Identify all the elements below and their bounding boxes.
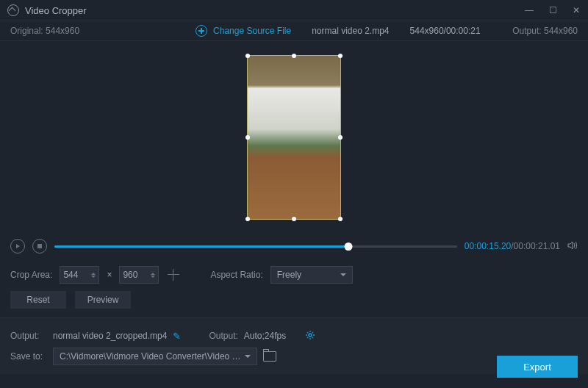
save-path-select[interactable]: C:\Vidmore\Vidmore Video Converter\Video… — [53, 348, 257, 365]
chevron-down-icon — [340, 273, 346, 276]
output-file-name: normal video 2_cropped.mp4 — [53, 331, 167, 341]
volume-icon[interactable] — [567, 240, 578, 253]
browse-folder-icon[interactable] — [263, 351, 276, 362]
crop-width-input[interactable]: 544 — [60, 266, 99, 284]
crop-height-input[interactable]: 960 — [119, 266, 159, 284]
reset-button[interactable]: Reset — [10, 291, 66, 309]
play-icon — [16, 244, 20, 248]
output-format: Auto;24fps — [244, 331, 286, 341]
window-controls: — ☐ ✕ — [525, 5, 581, 15]
svg-point-0 — [309, 334, 312, 337]
change-source-button[interactable]: Change Source File — [196, 25, 291, 37]
file-name: normal video 2.mp4 — [312, 26, 389, 36]
close-button[interactable]: ✕ — [572, 5, 581, 15]
maximize-button[interactable]: ☐ — [548, 5, 557, 15]
handle-left-mid[interactable] — [245, 135, 250, 140]
stop-button[interactable] — [32, 239, 47, 254]
height-stepper[interactable] — [151, 273, 155, 278]
width-stepper[interactable] — [91, 273, 96, 278]
original-label: Original: 544x960 — [10, 26, 79, 36]
crop-area-label: Crop Area: — [10, 270, 52, 280]
settings-icon[interactable] — [305, 330, 315, 342]
time-display: 00:00:15.20/00:00:21.01 — [465, 241, 560, 251]
action-buttons: Reset Preview — [0, 291, 588, 317]
app-title: Video Cropper — [25, 5, 87, 16]
minimize-button[interactable]: — — [525, 5, 534, 15]
titlebar: Video Cropper — ☐ ✕ — [0, 0, 588, 21]
seek-fill — [54, 245, 348, 248]
export-button[interactable]: Export — [497, 356, 578, 378]
play-button[interactable] — [10, 239, 25, 254]
output-dims-label: Output: 544x960 — [512, 26, 578, 36]
handle-bottom-mid[interactable] — [292, 217, 296, 221]
preview-area — [0, 41, 588, 234]
time-current: 00:00:15.20 — [465, 241, 511, 251]
handle-bottom-left[interactable] — [245, 217, 250, 221]
crop-times: × — [107, 270, 112, 280]
handle-top-mid[interactable] — [292, 54, 296, 58]
file-info: 544x960/00:00:21 — [410, 26, 481, 36]
center-crop-icon[interactable] — [166, 267, 181, 282]
seek-slider[interactable] — [54, 245, 457, 248]
crop-controls: Crop Area: 544 × 960 Aspect Ratio: Freel… — [0, 259, 588, 291]
transport-bar: 00:00:15.20/00:00:21.01 — [0, 234, 588, 259]
stop-icon — [37, 244, 42, 248]
output-file-label: Output: — [10, 331, 47, 341]
change-source-label: Change Source File — [213, 26, 291, 36]
video-frame — [248, 56, 340, 219]
edit-filename-icon[interactable]: ✎ — [173, 331, 181, 342]
aspect-ratio-select[interactable]: Freely — [270, 266, 353, 284]
handle-right-mid[interactable] — [338, 135, 343, 140]
aspect-ratio-label: Aspect Ratio: — [210, 270, 262, 280]
crop-frame[interactable] — [247, 55, 341, 220]
handle-bottom-right[interactable] — [338, 217, 343, 221]
handle-top-right[interactable] — [338, 54, 343, 58]
output-format-label: Output: — [209, 331, 237, 341]
handle-top-left[interactable] — [245, 54, 250, 58]
seek-thumb[interactable] — [344, 242, 352, 251]
app-logo-icon — [7, 4, 19, 16]
preview-button[interactable]: Preview — [75, 291, 131, 309]
info-bar: Original: 544x960 Change Source File nor… — [0, 21, 588, 41]
chevron-down-icon — [245, 355, 251, 358]
save-to-label: Save to: — [10, 351, 47, 362]
plus-icon — [196, 25, 207, 37]
